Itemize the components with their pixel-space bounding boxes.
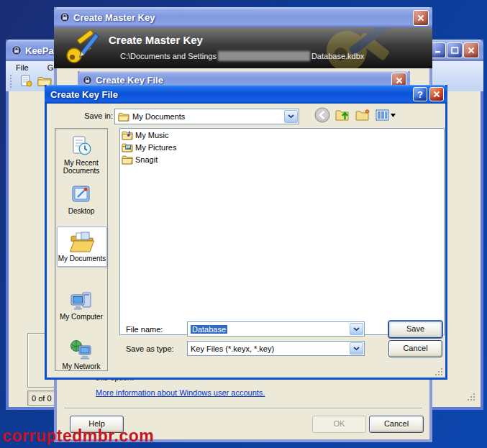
save-in-value: My Documents — [132, 112, 185, 121]
dialog-lock-icon — [83, 76, 92, 85]
faded-key-art — [308, 27, 415, 68]
my-music-folder-icon — [122, 130, 133, 140]
recent-documents-icon — [70, 134, 93, 157]
my-computer-icon — [70, 290, 93, 311]
file-name-value: Database — [191, 325, 227, 334]
save-button[interactable]: Save — [388, 321, 442, 338]
places-bar: My Recent Documents Desktop My Documents… — [55, 128, 108, 371]
chevron-down-icon[interactable] — [284, 110, 298, 123]
banner-path: C:\Documents and Settings Database.kdbx — [120, 51, 364, 61]
place-my-network[interactable]: My Network — [58, 339, 105, 370]
save-dialog-title: Create Key File — [50, 89, 118, 100]
banner-heading: Create Master Key — [109, 34, 203, 46]
save-in-label: Save in: — [81, 111, 113, 120]
save-as-type-value: Key Files (*.keyx, *.key) — [191, 344, 274, 353]
close-icon[interactable] — [413, 10, 429, 26]
minimize-button[interactable] — [430, 42, 446, 58]
maximize-button[interactable] — [447, 42, 463, 58]
master-key-title: Create Master Key — [73, 12, 155, 23]
ok-button[interactable]: OK — [312, 416, 366, 433]
folder-icon — [122, 155, 133, 165]
save-in-combobox[interactable]: My Documents — [114, 109, 299, 124]
list-item[interactable]: My Music — [120, 129, 444, 141]
dialog-resize-grip[interactable] — [435, 368, 444, 377]
my-documents-icon — [69, 232, 95, 253]
keepass-lock-icon — [12, 45, 22, 55]
divider — [64, 408, 422, 409]
list-item[interactable]: Snagit — [120, 153, 444, 165]
chevron-down-icon[interactable] — [350, 342, 363, 355]
window-resize-grip[interactable] — [468, 393, 476, 402]
cancel-button[interactable]: Cancel — [369, 416, 424, 433]
caret-down-icon — [391, 114, 396, 117]
file-name-combobox[interactable]: Database — [187, 321, 365, 337]
master-key-banner: Create Master Key C:\Documents and Setti… — [54, 27, 432, 68]
desktop: KeePas File Gro 0 of 0 sele — [0, 0, 487, 448]
banner-path-suffix: Database.kdbx — [311, 52, 364, 60]
my-pictures-folder-icon — [122, 142, 133, 152]
key-file-back-title: Create Key File — [96, 75, 163, 86]
save-dialog-titlebar[interactable]: Create Key File ? — [45, 85, 447, 104]
place-my-documents[interactable]: My Documents — [57, 227, 107, 267]
chevron-down-icon[interactable] — [350, 323, 363, 335]
banner-path-prefix: C:\Documents and Settings — [120, 52, 217, 60]
folder-icon — [118, 112, 129, 122]
cancel-button[interactable]: Cancel — [388, 340, 442, 357]
windows-accounts-link[interactable]: More information about Windows user acco… — [96, 388, 265, 397]
place-my-computer[interactable]: My Computer — [58, 290, 105, 321]
back-icon[interactable] — [314, 107, 330, 123]
new-database-icon[interactable] — [19, 74, 33, 88]
close-icon[interactable] — [429, 87, 444, 101]
toolbar-drag-handle[interactable] — [10, 75, 14, 88]
views-menu-icon[interactable] — [376, 109, 396, 121]
watermark-text: corruptedmbr.com — [2, 426, 154, 446]
redacted-username-blur — [218, 51, 310, 61]
place-desktop[interactable]: Desktop — [58, 184, 105, 215]
desktop-icon — [70, 184, 93, 206]
file-list[interactable]: My Music My Pictures Snagit — [119, 128, 445, 335]
new-folder-icon[interactable] — [355, 109, 370, 122]
save-as-type-combobox[interactable]: Key Files (*.keyx, *.key) — [187, 341, 365, 356]
my-network-icon — [70, 339, 93, 361]
master-key-titlebar[interactable]: Create Master Key — [54, 7, 432, 27]
dialog-lock-icon — [60, 12, 70, 22]
save-as-type-label: Save as type: — [126, 344, 174, 353]
list-item[interactable]: My Pictures — [120, 141, 444, 153]
dialog-toolbar — [314, 107, 396, 123]
help-icon[interactable]: ? — [413, 87, 427, 101]
key-pen-icon — [64, 30, 101, 68]
create-key-file-save-dialog: Create Key File ? Save in: My Documents — [45, 85, 447, 380]
close-icon[interactable] — [463, 42, 479, 58]
file-name-label: File name: — [126, 325, 163, 334]
place-my-recent-documents[interactable]: My Recent Documents — [58, 134, 105, 175]
menu-file[interactable]: File — [13, 63, 32, 73]
up-one-level-icon[interactable] — [335, 109, 350, 122]
